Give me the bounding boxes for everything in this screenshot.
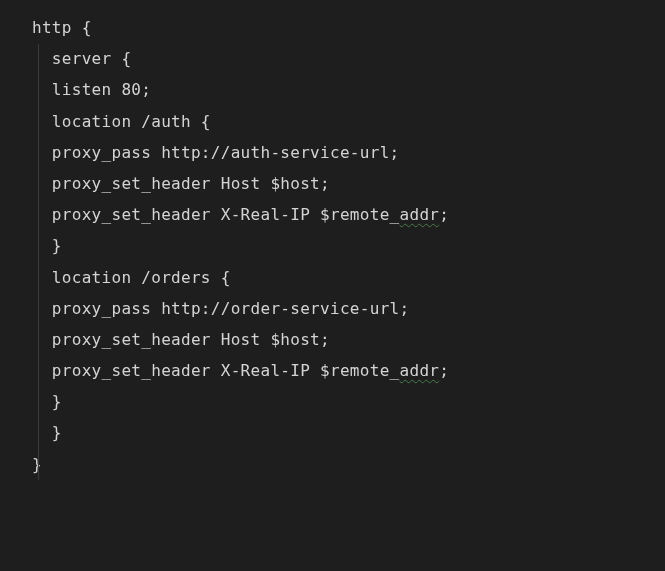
code-line: proxy_set_header Host $host; <box>32 168 665 199</box>
spell-underline: addr <box>400 361 440 380</box>
code-text: ; <box>439 361 449 380</box>
indent-guide <box>38 44 39 480</box>
code-line: } <box>32 386 665 417</box>
code-text: proxy_set_header X-Real-IP $remote_ <box>32 205 400 224</box>
code-line: } <box>32 230 665 261</box>
code-line: server { <box>32 43 665 74</box>
code-text: ; <box>439 205 449 224</box>
code-line: proxy_pass http://auth-service-url; <box>32 137 665 168</box>
code-line: } <box>32 417 665 448</box>
spell-underline: addr <box>400 205 440 224</box>
code-line: proxy_set_header X-Real-IP $remote_addr; <box>32 355 665 386</box>
code-line: location /orders { <box>32 262 665 293</box>
code-block: http { server { listen 80; location /aut… <box>0 12 665 480</box>
code-line: proxy_set_header X-Real-IP $remote_addr; <box>32 199 665 230</box>
code-line: location /auth { <box>32 106 665 137</box>
code-line: proxy_set_header Host $host; <box>32 324 665 355</box>
code-text: proxy_set_header X-Real-IP $remote_ <box>32 361 400 380</box>
code-line: http { <box>32 12 665 43</box>
code-line: listen 80; <box>32 74 665 105</box>
code-line: proxy_pass http://order-service-url; <box>32 293 665 324</box>
code-line: } <box>32 449 665 480</box>
